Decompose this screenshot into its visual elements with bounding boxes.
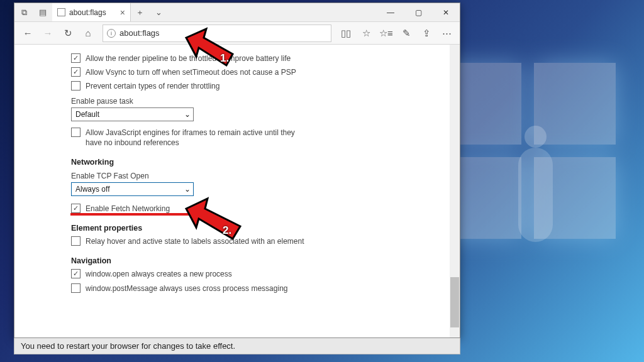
notes-icon[interactable]: ✎ bbox=[397, 24, 416, 43]
flag-label: Allow Vsync to turn off when setTimeout … bbox=[86, 67, 296, 77]
flag-label: Relay hover and active state to labels a… bbox=[86, 236, 304, 246]
favorite-star-icon[interactable]: ☆ bbox=[357, 24, 375, 43]
section-heading-networking: Networking bbox=[71, 158, 446, 167]
forward-button[interactable]: → bbox=[38, 24, 57, 43]
address-text: about:flags bbox=[119, 28, 160, 38]
pause-task-select[interactable]: Default ⌄ bbox=[71, 107, 194, 121]
field-label: Enable TCP Fast Open bbox=[71, 172, 446, 180]
more-menu-icon[interactable]: ⋯ bbox=[437, 24, 456, 43]
annotation-label-1: 1. bbox=[220, 52, 229, 65]
select-value: Default bbox=[75, 110, 99, 119]
flag-label: Allow JavaScript engines for iframes to … bbox=[86, 128, 310, 148]
site-info-icon[interactable]: i bbox=[107, 29, 116, 38]
section-heading-element: Element properties bbox=[71, 224, 446, 233]
restart-notice-bar: You need to restart your browser for cha… bbox=[14, 338, 460, 354]
scrollbar-track[interactable] bbox=[450, 45, 460, 337]
restart-notice-text: You need to restart your browser for cha… bbox=[21, 341, 235, 351]
field-label: Enable pause task bbox=[71, 97, 446, 106]
chevron-down-icon: ⌄ bbox=[184, 185, 191, 194]
refresh-button[interactable]: ↻ bbox=[58, 24, 77, 43]
home-button[interactable]: ⌂ bbox=[79, 24, 97, 43]
tcp-fast-open-select[interactable]: Always off ⌄ bbox=[71, 182, 194, 196]
desktop-silhouette bbox=[506, 126, 562, 289]
flag-row: Prevent certain types of render throttli… bbox=[71, 81, 310, 91]
flag-row: Enable Fetch Networking bbox=[71, 204, 310, 214]
flag-row: Allow JavaScript engines for iframes to … bbox=[71, 128, 310, 148]
checkbox-render-pipeline[interactable] bbox=[71, 53, 80, 63]
flag-label: Prevent certain types of render throttli… bbox=[86, 81, 219, 91]
flag-row: Relay hover and active state to labels a… bbox=[71, 236, 310, 246]
page-icon bbox=[57, 8, 65, 16]
tab-actions-icon[interactable]: ⧉ bbox=[14, 3, 33, 21]
flags-scroll-area[interactable]: Allow the render pipeline to be throttle… bbox=[14, 45, 460, 337]
toolbar: ← → ↻ ⌂ i about:flags ▯▯ ☆ ☆≡ ✎ ⇪ ⋯ bbox=[14, 22, 460, 45]
address-bar[interactable]: i about:flags bbox=[103, 25, 331, 42]
browser-tab[interactable]: about:flags × bbox=[52, 3, 131, 21]
new-tab-button[interactable]: ＋ bbox=[131, 3, 150, 21]
flag-row: Allow Vsync to turn off when setTimeout … bbox=[71, 67, 310, 77]
annotation-label-2: 2. bbox=[223, 224, 231, 237]
window-minimize-button[interactable]: — bbox=[377, 3, 404, 21]
section-heading-navigation: Navigation bbox=[71, 256, 446, 265]
tab-chevron-down-icon[interactable]: ⌄ bbox=[150, 3, 169, 21]
page-content: Allow the render pipeline to be throttle… bbox=[14, 45, 460, 337]
edge-browser-window: ⧉ ▤ about:flags × ＋ ⌄ — ▢ ✕ ← → ↻ ⌂ i ab… bbox=[14, 3, 460, 338]
tab-close-icon[interactable]: × bbox=[120, 8, 125, 18]
select-value: Always off bbox=[75, 185, 109, 194]
checkbox-fetch-networking[interactable] bbox=[71, 204, 80, 213]
reading-view-icon[interactable]: ▯▯ bbox=[336, 24, 355, 43]
flag-row: window.postMessage always uses cross pro… bbox=[71, 283, 310, 293]
flag-label: window.open always creates a new process bbox=[86, 269, 232, 279]
checkbox-render-throttle[interactable] bbox=[71, 81, 80, 90]
tab-title: about:flags bbox=[69, 8, 106, 17]
set-aside-tabs-icon[interactable]: ▤ bbox=[33, 3, 52, 21]
checkbox-relay-hover[interactable] bbox=[71, 236, 80, 246]
checkbox-js-iframes[interactable] bbox=[71, 128, 80, 137]
chevron-down-icon: ⌄ bbox=[184, 110, 191, 119]
flag-row: Allow the render pipeline to be throttle… bbox=[71, 53, 310, 63]
back-button[interactable]: ← bbox=[18, 24, 37, 43]
annotation-underline bbox=[70, 213, 194, 216]
share-icon[interactable]: ⇪ bbox=[417, 24, 436, 43]
flag-row: window.open always creates a new process bbox=[71, 269, 310, 279]
window-close-button[interactable]: ✕ bbox=[432, 3, 460, 21]
flag-label: window.postMessage always uses cross pro… bbox=[86, 283, 287, 293]
favorites-bar-icon[interactable]: ☆≡ bbox=[377, 24, 396, 43]
scrollbar-thumb[interactable] bbox=[450, 277, 459, 327]
checkbox-vsync[interactable] bbox=[71, 67, 80, 77]
window-maximize-button[interactable]: ▢ bbox=[404, 3, 432, 21]
checkbox-window-open[interactable] bbox=[71, 269, 80, 278]
titlebar: ⧉ ▤ about:flags × ＋ ⌄ — ▢ ✕ bbox=[14, 3, 460, 22]
flag-label: Enable Fetch Networking bbox=[86, 204, 170, 214]
checkbox-post-message[interactable] bbox=[71, 283, 80, 293]
flag-label: Allow the render pipeline to be throttle… bbox=[86, 53, 291, 63]
